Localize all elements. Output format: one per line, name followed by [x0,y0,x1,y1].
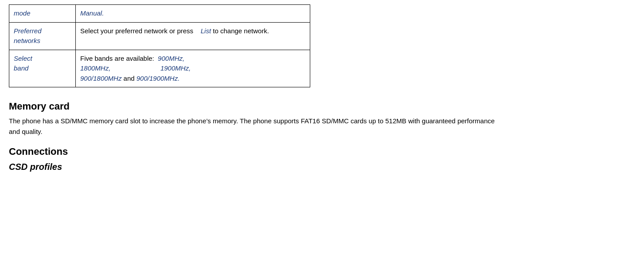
preferred-networks-text: Select your preferred network or press L… [80,27,269,35]
connections-section: Connections CSD profiles [9,146,635,172]
band-900-1800mhz: 900/1800MHz [80,75,121,82]
preferred-networks-label: Preferrednetworks [9,22,76,50]
table-row-select-band: Selectband Five bands are available: 900… [9,50,310,87]
mode-value: Manual. [80,9,104,17]
settings-table: mode Manual. Preferrednetworks Select yo… [9,4,310,87]
band-900-1900mhz: 900/1900MHz. [137,75,180,82]
table-row-preferred-networks: Preferrednetworks Select your preferred … [9,22,310,50]
list-link: List [201,27,211,35]
preferred-networks-content: Select your preferred network or press L… [76,22,310,50]
memory-card-text: The phone has a SD/MMC memory card slot … [9,116,496,137]
connections-heading: Connections [9,146,635,157]
band-900mhz: 900MHz, [158,55,184,62]
band-1800mhz: 1800MHz, [80,64,110,72]
preferred-networks-label-text: Preferrednetworks [14,27,42,45]
memory-card-section: Memory card The phone has a SD/MMC memor… [9,101,635,137]
band-1900mhz: 1900MHz, [160,64,191,72]
select-band-label: Selectband [9,50,76,87]
mode-label: mode [9,5,76,23]
mode-content: Manual. [76,5,310,23]
csd-profiles-heading: CSD profiles [9,162,635,172]
select-band-text: Five bands are available: 900MHz,1800MHz… [80,55,191,82]
table-row-mode: mode Manual. [9,5,310,23]
select-band-content: Five bands are available: 900MHz,1800MHz… [76,50,310,87]
mode-label-text: mode [14,9,31,17]
select-band-label-text: Selectband [14,55,32,72]
memory-card-heading: Memory card [9,101,635,112]
